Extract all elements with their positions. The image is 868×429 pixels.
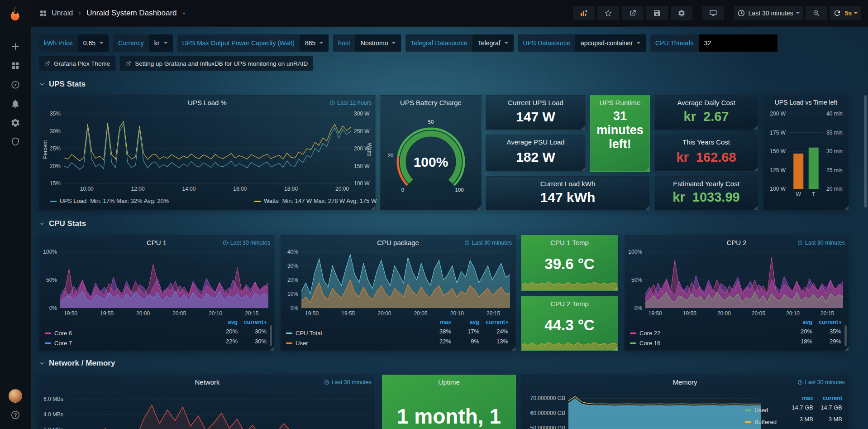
legend-row[interactable]: Buffered 3 MB 3 MB	[745, 416, 842, 428]
legend-col-max[interactable]: max	[425, 319, 451, 325]
zoom-out-time-button[interactable]	[806, 6, 827, 20]
ups-load-chart[interactable]: 35%30%25%20%15%300 W250 W200 W150 W100 W…	[41, 110, 373, 194]
panel-time-override[interactable]: Last 30 minutes	[464, 240, 512, 246]
variable-value-dropdown[interactable]: 0.65	[78, 34, 109, 52]
alerting-bell-icon[interactable]	[0, 94, 31, 113]
row-header-cpu-stats[interactable]: CPU Stats	[39, 219, 86, 228]
variable-value-dropdown[interactable]: kr	[149, 34, 173, 52]
panel-title[interactable]: CPU 2 Temp	[535, 300, 604, 308]
dashboards-icon[interactable]	[0, 56, 31, 75]
panel-ups-runtime: UPS Runtime 31 minutes left!	[590, 95, 650, 172]
legend-col-current[interactable]: current▾	[482, 319, 508, 325]
legend-col-avg[interactable]: avg	[786, 319, 812, 325]
legend-scrollbar[interactable]	[844, 325, 847, 346]
legend-row[interactable]: Core 22 20% 35%	[630, 328, 841, 338]
panel-title[interactable]: Uptime	[396, 378, 502, 386]
svg-text:60.000000 GB: 60.000000 GB	[530, 410, 565, 416]
variable-currency[interactable]: Currency kr	[113, 34, 172, 52]
variable-value-dropdown[interactable]: 865	[300, 34, 329, 52]
star-dashboard-button[interactable]	[597, 6, 619, 20]
panel-title[interactable]: UPS Load vs Time left	[765, 99, 847, 106]
dashboard-settings-button[interactable]	[671, 6, 692, 20]
network-chart[interactable]: 6.0 MBs4.0 MBs2.0 MBs	[41, 388, 373, 429]
panel-title[interactable]: Memory	[535, 378, 835, 386]
panel-title[interactable]: Current UPS Load	[489, 99, 582, 106]
legend-row[interactable]: User 22% 9% 13%	[286, 338, 508, 348]
legend-col-current[interactable]: current▾	[240, 319, 267, 325]
panel-time-override[interactable]: Last 30 minutes	[223, 240, 270, 246]
panel-title[interactable]: Network	[53, 378, 362, 386]
variable-ups-max-output[interactable]: UPS Max Output Power Capacity (Watt) 865	[177, 34, 329, 52]
svg-text:19:55: 19:55	[683, 310, 696, 317]
panel-time-override[interactable]: Last 30 minutes	[797, 379, 845, 386]
variable-ups-datasource[interactable]: UPS Datasource apcupsd-container	[518, 34, 646, 52]
legend-row[interactable]: Core 7 22% 30%	[45, 338, 267, 348]
legend-row[interactable]: Core 6 20% 30%	[45, 328, 267, 338]
share-dashboard-button[interactable]	[622, 6, 644, 20]
variable-host[interactable]: host Nostromo	[333, 34, 401, 52]
legend-col-avg[interactable]: avg	[211, 319, 238, 325]
panel-time-override[interactable]: Last 12 hours	[329, 100, 372, 106]
panel-time-override[interactable]: Last 30 minutes	[324, 379, 372, 386]
explore-icon[interactable]	[0, 75, 31, 94]
cpu2-chart[interactable]: 100%50%0%19:5019:5520:0020:0520:1020:15	[626, 248, 847, 317]
user-avatar[interactable]	[0, 386, 31, 405]
legend-col-current[interactable]: current	[816, 395, 842, 401]
clock-icon	[737, 9, 745, 17]
legend-scrollbar[interactable]	[270, 325, 272, 346]
panel-title[interactable]: UPS Runtime	[592, 99, 648, 106]
refresh-icon	[833, 9, 841, 17]
variable-cpu-threads[interactable]: CPU Threads	[650, 34, 777, 52]
refresh-interval-dropdown[interactable]: 5s	[844, 10, 858, 17]
caret-down-icon[interactable]	[181, 10, 187, 16]
row-header-network-memory[interactable]: Network / Memory	[39, 359, 115, 368]
time-range-picker[interactable]: Last 30 minutes	[734, 6, 803, 20]
row-header-ups-stats[interactable]: UPS Stats	[39, 80, 86, 89]
save-dashboard-button[interactable]	[646, 6, 668, 20]
legend-row[interactable]: Core 16 18% 29%	[630, 338, 841, 348]
legend-col-avg[interactable]: avg	[453, 319, 479, 325]
ups-bar-chart[interactable]: 200 W175 W150 W125 W100 W40 min35 min30 …	[765, 109, 847, 199]
panel-title[interactable]: Average Daily Cost	[658, 99, 755, 106]
svg-text:20:05: 20:05	[752, 310, 765, 317]
variable-value-dropdown[interactable]: Nostromo	[355, 34, 401, 52]
cycle-view-mode-button[interactable]	[702, 6, 724, 20]
configuration-gear-icon[interactable]	[0, 113, 31, 132]
panel-memory: Memory Last 30 minutes 70.000000 GB60.00…	[521, 375, 849, 429]
legend-row[interactable]: Used 14.7 GB 14.7 GB	[745, 404, 842, 416]
legend-col-max[interactable]: max	[787, 395, 813, 401]
create-icon[interactable]	[0, 37, 31, 56]
server-admin-shield-icon[interactable]	[0, 132, 31, 151]
link-grafana-plex-theme[interactable]: Grafana Plex Theme	[39, 56, 115, 71]
panel-title[interactable]: UPS Battery Charge	[383, 99, 478, 106]
panel-time-override[interactable]: Last 30 minutes	[797, 240, 845, 246]
help-icon[interactable]: ?	[0, 405, 31, 424]
legend-item[interactable]: UPS LoadMin: 17% Max: 32% Avg: 20%	[50, 198, 169, 204]
variable-value-dropdown[interactable]: apcupsd-container	[575, 34, 646, 52]
panel-title[interactable]: CPU 1 Temp	[535, 239, 604, 246]
battery-gauge[interactable]: 0 20 50 100 100%	[381, 109, 481, 206]
panel-title[interactable]: Current Load kWh	[489, 180, 647, 188]
variable-kwh-price[interactable]: kWh Price 0.65	[39, 34, 109, 52]
add-panel-button[interactable]	[573, 6, 595, 20]
legend-col-current[interactable]: current▾	[815, 319, 841, 325]
page-scrollbar[interactable]	[864, 95, 867, 207]
panel-title[interactable]: Average PSU Load	[489, 138, 582, 146]
panel-title[interactable]: Estimated Yearly Cost	[658, 180, 755, 188]
legend-item[interactable]: WattsMin: 147 W Max: 278 W Avg: 175 W	[254, 198, 377, 204]
cpu1-chart[interactable]: 100%50%0%19:5019:5520:0020:0520:1020:15	[41, 248, 272, 317]
grafana-logo[interactable]	[0, 0, 31, 26]
cpu-package-chart[interactable]: 40%30%20%10%0%19:5019:5520:0020:0520:102…	[282, 248, 514, 317]
variable-telegraf-datasource[interactable]: Telegraf Datasource Telegraf	[405, 34, 513, 52]
refresh-button[interactable]: 5s	[830, 6, 861, 20]
cpu-threads-input[interactable]	[699, 34, 777, 52]
link-ups-monitoring-guide[interactable]: Setting up Grafana and InfluxDB for UPS …	[120, 56, 313, 71]
breadcrumb-folder[interactable]: Unraid	[52, 9, 73, 17]
variable-value-dropdown[interactable]: Telegraf	[472, 34, 514, 52]
svg-text:14:00: 14:00	[182, 186, 196, 192]
panel-cpu2: CPU 2 Last 30 minutes 100%50%0%19:5019:5…	[624, 235, 849, 351]
panel-title[interactable]: UPS Load %	[53, 99, 362, 106]
dashboard-title[interactable]: Unraid System Dashboard	[86, 9, 176, 18]
panel-title[interactable]: This Years Cost	[658, 138, 755, 146]
legend-row[interactable]: CPU Total 38% 17% 24%	[286, 328, 508, 338]
